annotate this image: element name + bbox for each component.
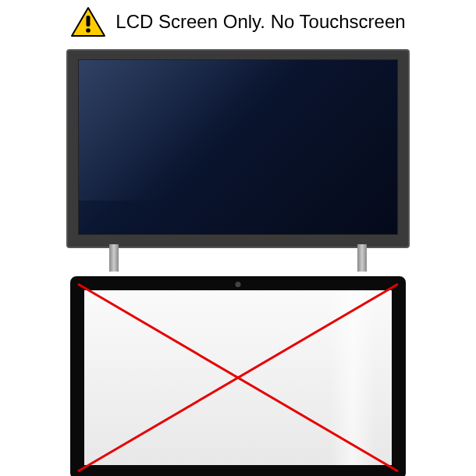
- lcd-display: [78, 59, 398, 235]
- header: LCD Screen Only. No Touchscreen: [70, 6, 405, 37]
- warning-triangle-icon: [70, 6, 106, 37]
- lcd-screen-image: [62, 49, 414, 257]
- lcd-bracket-left: [109, 244, 119, 272]
- touchscreen-glass: [84, 290, 392, 465]
- lcd-reflection: [79, 60, 313, 201]
- touchscreen-frame: [70, 276, 406, 476]
- svg-rect-0: [87, 16, 91, 27]
- lcd-bracket-right: [357, 244, 367, 272]
- svg-point-1: [87, 28, 91, 33]
- touchscreen-reflection: [329, 290, 376, 465]
- camera-dot-icon: [236, 282, 241, 287]
- header-text: LCD Screen Only. No Touchscreen: [115, 11, 405, 33]
- touchscreen-image: [70, 276, 406, 476]
